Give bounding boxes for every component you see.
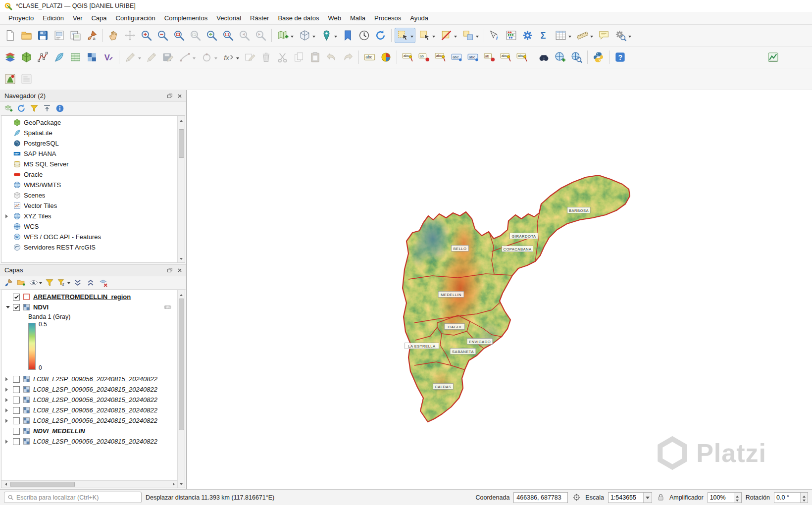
open-data-source-manager-button[interactable]	[2, 50, 18, 65]
style-manager-button[interactable]: a	[84, 28, 100, 43]
browser-item-ms-sql-server[interactable]: MS SQL Server	[1, 159, 177, 169]
filter-browser-button[interactable]	[28, 102, 40, 114]
scroll-up-button[interactable]	[178, 290, 185, 298]
browser-item-geopackage[interactable]: GeoPackage	[1, 117, 177, 128]
move-diagram-button[interactable]: abc	[498, 50, 513, 65]
save-layer-edits-button[interactable]	[160, 50, 176, 65]
new-shapefile-layer-button[interactable]	[35, 50, 51, 65]
filter-by-expression-button[interactable]: ε	[56, 277, 71, 289]
layer-visibility-checkbox[interactable]	[13, 417, 20, 424]
browser-item-wms-wmts[interactable]: WMS/WMTS	[1, 180, 177, 190]
expander-icon[interactable]	[5, 440, 10, 444]
expander-icon[interactable]	[5, 398, 10, 402]
current-edits-button[interactable]	[122, 50, 143, 65]
filter-legend-button[interactable]	[44, 277, 55, 289]
temporal-controller-button[interactable]	[356, 28, 372, 43]
browser-item-servidores-rest-arcgis[interactable]: Servidores REST ArcGIS	[1, 242, 177, 252]
zoom-in-button[interactable]	[139, 28, 154, 43]
vertex-tool-button[interactable]: fx	[220, 50, 241, 65]
layers-horizontal-scrollbar[interactable]	[1, 480, 177, 488]
browser-item-sap-hana[interactable]: SAP SAP HANA	[1, 149, 177, 159]
scrollbar-track[interactable]	[178, 123, 185, 255]
menu-ayuda[interactable]: Ayuda	[406, 12, 433, 24]
spin-up-button[interactable]	[801, 493, 808, 498]
scroll-down-button[interactable]	[178, 255, 185, 262]
expander-icon[interactable]	[5, 214, 10, 218]
layer-visibility-checkbox[interactable]	[13, 438, 20, 445]
refresh-map-button[interactable]	[373, 28, 388, 43]
layer-item-areametromedellin-region[interactable]: AREAMETROMEDELLIN_region	[1, 292, 177, 302]
scrollbar-thumb[interactable]	[179, 299, 184, 430]
open-attribute-table-button[interactable]	[553, 28, 573, 43]
scale-combo[interactable]	[608, 492, 652, 503]
browser-item-scenes[interactable]: Scenes	[1, 190, 177, 201]
layers-scrollbar[interactable]	[177, 290, 185, 488]
select-features-button[interactable]	[395, 28, 415, 43]
invert-selection-button[interactable]	[460, 28, 481, 43]
extents-toggle-icon[interactable]	[572, 493, 581, 502]
layer-visibility-checkbox[interactable]	[13, 428, 20, 435]
copy-features-button[interactable]	[291, 50, 306, 65]
new-spatial-bookmark-button[interactable]	[318, 28, 339, 43]
layer-visibility-checkbox[interactable]	[13, 407, 20, 414]
magnifier-spinbox[interactable]	[708, 492, 742, 503]
layer-item-lc08-l2sp-009056-20240815-20240822[interactable]: LC08_L2SP_009056_20240815_20240822	[1, 395, 177, 405]
scroll-up-button[interactable]	[178, 116, 185, 123]
scrollbar-thumb[interactable]	[10, 482, 75, 487]
open-layer-styling-button[interactable]	[2, 277, 14, 289]
new-virtual-layer-button[interactable]	[84, 50, 100, 65]
locator-input[interactable]	[16, 494, 138, 501]
coordinate-capture-tool-button[interactable]	[19, 71, 34, 87]
geonames-search-button[interactable]	[569, 50, 584, 65]
manage-map-themes-button[interactable]	[28, 277, 43, 289]
pan-to-selection-button[interactable]	[122, 28, 138, 43]
menu-r-ster[interactable]: Ráster	[246, 12, 273, 24]
remove-layer-button[interactable]	[98, 277, 109, 289]
change-label-properties-button[interactable]: abc	[465, 50, 481, 65]
float-panel-button[interactable]	[165, 266, 174, 275]
combo-caret[interactable]	[643, 493, 652, 503]
layer-visibility-checkbox[interactable]	[13, 386, 20, 393]
measure-button[interactable]	[574, 28, 595, 43]
zoom-last-button[interactable]	[237, 28, 252, 43]
scrollbar-thumb[interactable]	[179, 129, 184, 158]
browser-item-wcs[interactable]: WCS	[1, 221, 177, 232]
menu-capa[interactable]: Capa	[87, 12, 111, 24]
layer-visibility-checkbox[interactable]	[13, 304, 20, 311]
browser-item-oracle[interactable]: Oracle	[1, 169, 177, 180]
collapse-all-layers-button[interactable]	[85, 277, 97, 289]
menu-web[interactable]: Web	[324, 12, 346, 24]
pin-labels-button[interactable]: abc	[400, 50, 415, 65]
new-geopackage-layer-button[interactable]	[19, 50, 34, 65]
layer-item-lc08-l2sp-009056-20240815-20240822[interactable]: LC08_L2SP_009056_20240815_20240822	[1, 405, 177, 415]
browser-item-vector-tiles[interactable]: Vector Tiles	[1, 201, 177, 211]
layer-item-lc08-l2sp-009056-20240815-20240822[interactable]: LC08_L2SP_009056_20240815_20240822	[1, 384, 177, 395]
field-calculator-button[interactable]	[504, 28, 519, 43]
layer-item-lc08-l2sp-009056-20240815-20240822[interactable]: LC08_L2SP_009056_20240815_20240822	[1, 436, 177, 447]
collapse-all-button[interactable]	[41, 102, 53, 114]
scale-input[interactable]	[609, 493, 643, 503]
spin-up-button[interactable]	[734, 493, 741, 498]
delete-selected-button[interactable]	[258, 50, 274, 65]
undo-button[interactable]	[324, 50, 339, 65]
layer-item-lc08-l2sp-009056-20240815-20240822[interactable]: LC08_L2SP_009056_20240815_20240822	[1, 415, 177, 426]
zoom-to-layer-button[interactable]	[204, 28, 219, 43]
save-project-button[interactable]	[35, 28, 51, 43]
menu-edici-n[interactable]: Edición	[38, 12, 68, 24]
rotation-spinbox[interactable]	[774, 492, 808, 503]
help-contents-button[interactable]: ?	[612, 50, 628, 65]
rotation-input[interactable]	[774, 493, 800, 503]
zoom-out-button[interactable]	[155, 28, 170, 43]
browser-item-spatialite[interactable]: SpatiaLite	[1, 128, 177, 138]
new-map-view-button[interactable]	[275, 28, 296, 43]
spin-down-button[interactable]	[734, 498, 741, 503]
metasearch-button[interactable]	[536, 50, 552, 65]
new-3d-map-view-button[interactable]	[297, 28, 317, 43]
highlight-pinned-labels-button[interactable]: ab	[416, 50, 432, 65]
layer-indicator-icon[interactable]	[163, 303, 172, 311]
scrollbar-track[interactable]	[178, 298, 185, 480]
new-print-layout-button[interactable]	[51, 28, 67, 43]
deselect-features-button[interactable]	[438, 28, 459, 43]
add-web-layer-button[interactable]	[553, 50, 568, 65]
add-group-button[interactable]	[15, 277, 27, 289]
